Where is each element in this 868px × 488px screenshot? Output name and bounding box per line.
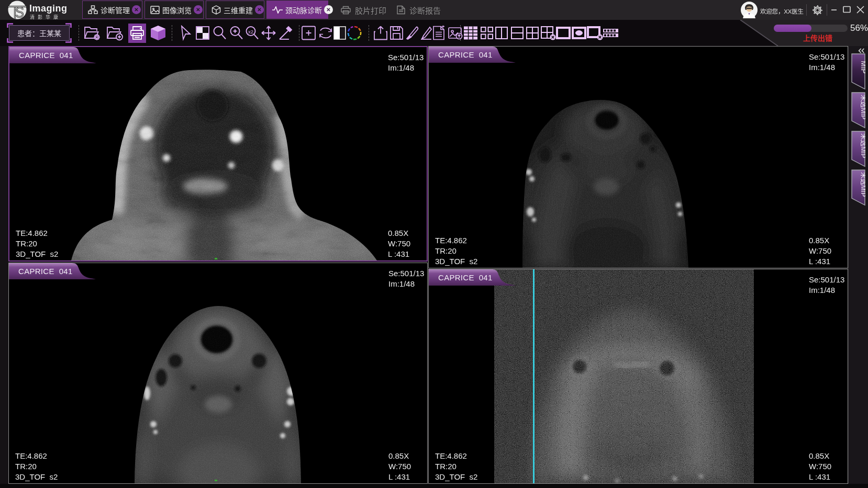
svg-text:x2: x2 — [248, 29, 253, 35]
svg-text:未选MIP: 未选MIP — [860, 172, 865, 197]
svg-text:未选MIP: 未选MIP — [860, 95, 865, 119]
svg-text:未选MIP: 未选MIP — [860, 133, 865, 158]
svg-text:MIP: MIP — [860, 61, 865, 74]
